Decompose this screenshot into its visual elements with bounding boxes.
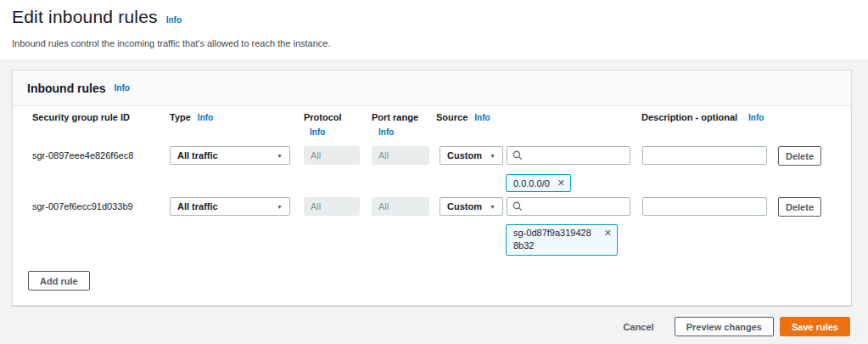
add-rule-button[interactable]: Add rule — [28, 271, 90, 290]
type-select-value: All traffic — [177, 150, 218, 161]
description-input[interactable] — [642, 197, 767, 216]
preview-changes-button[interactable]: Preview changes — [675, 317, 774, 336]
panel-header: Inbound rules Info — [13, 70, 851, 106]
panel-info-link[interactable]: Info — [115, 83, 130, 93]
column-header-description: Description - optional Info — [641, 112, 764, 122]
chevron-down-icon: ▼ — [277, 204, 283, 210]
source-search-box[interactable] — [507, 197, 630, 216]
source-type-select[interactable]: Custom ▼ — [440, 146, 503, 165]
remove-token-icon[interactable]: ✕ — [557, 177, 565, 189]
chevron-down-icon: ▼ — [490, 153, 496, 159]
source-type-select[interactable]: Custom ▼ — [440, 197, 503, 216]
rule-id-text: sgr-007ef6ecc91d033b9 — [32, 197, 133, 216]
port-range-field: All — [372, 197, 429, 216]
source-info-link[interactable]: Info — [474, 113, 490, 122]
description-input[interactable] — [642, 146, 767, 165]
source-select-value: Custom — [447, 150, 482, 161]
chevron-down-icon: ▼ — [277, 153, 283, 159]
type-select[interactable]: All traffic ▼ — [170, 146, 290, 165]
cancel-button[interactable]: Cancel — [624, 322, 654, 332]
remove-token-icon[interactable]: ✕ — [604, 227, 612, 240]
source-token: 0.0.0.0/0 ✕ — [506, 174, 571, 192]
panel-title: Inbound rules — [27, 82, 106, 95]
search-icon — [512, 150, 523, 161]
port-range-info-link[interactable]: Info — [378, 127, 394, 137]
inbound-rules-panel: Inbound rules Info Security group rule I… — [12, 70, 852, 306]
edit-inbound-rules-page: Edit inbound rules Info Inbound rules co… — [0, 0, 868, 344]
footer-actions: Cancel Preview changes Save rules — [624, 317, 850, 336]
type-select-value: All traffic — [177, 201, 218, 211]
page-title-row: Edit inbound rules Info — [12, 7, 182, 27]
protocol-field: All — [304, 146, 360, 165]
type-select[interactable]: All traffic ▼ — [170, 197, 290, 216]
source-select-value: Custom — [447, 201, 482, 211]
source-token-label: sg-0d87f9a3194288b32 — [513, 227, 596, 252]
search-icon — [512, 201, 523, 211]
delete-rule-button[interactable]: Delete — [778, 197, 821, 217]
column-header-port-range: Port range — [372, 112, 418, 122]
source-search-box[interactable] — [507, 146, 630, 165]
source-token: sg-0d87f9a3194288b32 ✕ — [506, 224, 618, 256]
page-title-info-link[interactable]: Info — [166, 15, 182, 25]
chevron-down-icon: ▼ — [490, 204, 496, 210]
source-search-input[interactable] — [527, 201, 624, 211]
description-info-link[interactable]: Info — [748, 113, 764, 122]
source-search-input[interactable] — [527, 150, 624, 161]
column-header-rule-id: Security group rule ID — [32, 112, 130, 122]
protocol-field: All — [304, 197, 360, 216]
delete-rule-button[interactable]: Delete — [778, 146, 821, 166]
column-header-protocol: Protocol — [304, 112, 342, 122]
save-rules-button[interactable]: Save rules — [780, 317, 850, 336]
source-token-label: 0.0.0.0/0 — [513, 178, 550, 189]
type-info-link[interactable]: Info — [198, 113, 213, 122]
protocol-info-link[interactable]: Info — [310, 127, 325, 137]
rule-id-text: sgr-0897eee4e826f6ec8 — [32, 146, 133, 165]
page-subtitle: Inbound rules control the incoming traff… — [12, 38, 331, 48]
port-range-field: All — [372, 146, 429, 165]
page-title: Edit inbound rules — [12, 7, 158, 27]
column-header-source: Source Info — [436, 112, 490, 122]
column-header-type: Type Info — [170, 112, 213, 122]
